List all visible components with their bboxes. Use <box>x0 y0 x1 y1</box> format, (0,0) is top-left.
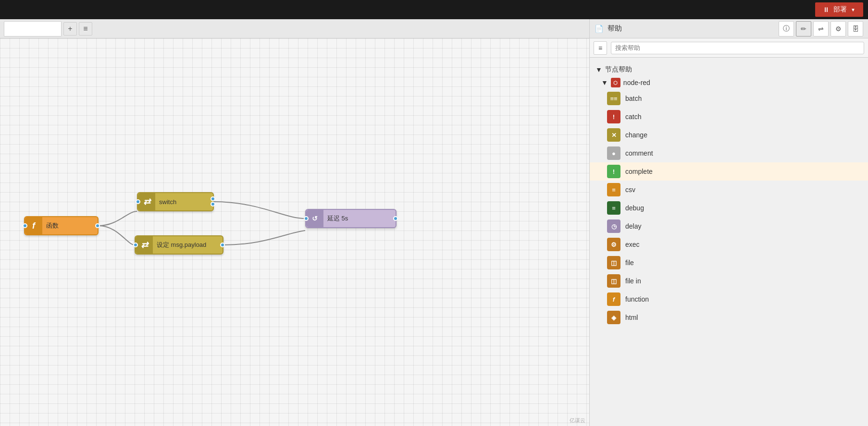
panel-edit-button[interactable]: ✏ <box>796 21 811 37</box>
deploy-label: 部署 <box>833 5 847 14</box>
node-icon-html: ◈ <box>607 311 620 324</box>
node-list-item-csv[interactable]: ≡ csv <box>590 181 868 199</box>
help-tree[interactable]: ▼ 节点帮助 ▼ ⬡ node-red ≡≡ batch ! catch <box>590 58 868 426</box>
deploy-icon: ⏸ <box>823 6 830 13</box>
setmsg-node-label: 设定 msg.payload <box>153 241 212 249</box>
panel-title-icon: 📄 <box>595 24 604 33</box>
panel-header: 📄 帮助 ⓘ ✏ ⇌ ⚙ 🗄 <box>590 19 868 38</box>
node-list-item-batch[interactable]: ≡≡ batch <box>590 89 868 108</box>
function-node-label: 函数 <box>42 221 64 230</box>
node-label-complete: complete <box>625 168 653 175</box>
node-list-item-html[interactable]: ◈ html <box>590 308 868 327</box>
tree-section-header-node-help[interactable]: ▼ 节点帮助 <box>590 63 868 76</box>
section-chevron: ▼ <box>595 66 602 73</box>
add-tab-button[interactable]: + <box>63 22 77 36</box>
switch-node[interactable]: ⇄ switch <box>137 192 214 211</box>
node-label-change: change <box>625 131 647 139</box>
node-list-item-comment[interactable]: ● comment <box>590 144 868 162</box>
panel-database-button[interactable]: 🗄 <box>848 21 863 37</box>
node-label-csv: csv <box>625 186 635 194</box>
node-label-delay: delay <box>625 222 641 230</box>
panel-title-text: 帮助 <box>608 24 622 33</box>
node-label-comment: comment <box>625 149 653 157</box>
deploy-button[interactable]: ⏸ 部署 ▼ <box>815 2 863 17</box>
node-label-function: function <box>625 295 649 303</box>
right-panel: 📄 帮助 ⓘ ✏ ⇌ ⚙ 🗄 ≡ ▼ 节点帮助 <box>589 19 868 426</box>
node-label-batch: batch <box>625 95 642 102</box>
node-list-item-exec[interactable]: ⚙ exec <box>590 235 868 254</box>
setmsg-node-port-right[interactable] <box>220 243 225 247</box>
panel-title: 📄 帮助 <box>595 24 622 33</box>
delay-node-label: 延迟 5s <box>323 214 354 223</box>
node-label-html: html <box>625 314 638 321</box>
switch-node-icon: ⇄ <box>138 193 155 210</box>
node-list: ≡≡ batch ! catch ✕ change ● comment ! co… <box>590 89 868 327</box>
setmsg-node-port-left[interactable] <box>133 243 138 247</box>
watermark: 亿谋云 <box>570 417 585 424</box>
topbar: ⏸ 部署 ▼ <box>0 0 868 19</box>
node-icon-file-in: ◫ <box>607 274 620 288</box>
node-icon-exec: ⚙ <box>607 238 620 251</box>
switch-node-port-left[interactable] <box>136 199 140 204</box>
switch-node-port-bottom-right[interactable] <box>211 202 215 207</box>
function-node-port-right[interactable] <box>95 223 100 228</box>
node-label-exec: exec <box>625 241 640 248</box>
node-red-icon: ⬡ <box>611 78 620 87</box>
node-icon-debug: ≡ <box>607 201 620 215</box>
node-list-item-file[interactable]: ◫ file <box>590 254 868 272</box>
node-icon-function: f <box>607 292 620 306</box>
node-label-file: file <box>625 259 634 267</box>
function-node[interactable]: f 函数 <box>24 216 99 235</box>
panel-icons: ⓘ ✏ ⇌ ⚙ 🗄 <box>779 21 863 37</box>
delay-node-port-right[interactable] <box>393 216 398 221</box>
node-list-item-function[interactable]: f function <box>590 290 868 308</box>
delay-node-icon: ↺ <box>306 210 323 227</box>
node-icon-file: ◫ <box>607 256 620 269</box>
subsection-label: node-red <box>623 79 650 86</box>
panel-info-button[interactable]: ⓘ <box>779 21 794 37</box>
node-label-catch: catch <box>625 113 641 121</box>
node-icon-change: ✕ <box>607 128 620 142</box>
node-icon-delay: ◷ <box>607 219 620 233</box>
switch-node-port-top-right[interactable] <box>211 196 215 201</box>
setmsg-node[interactable]: ⇄ 设定 msg.payload <box>135 235 223 255</box>
deploy-chevron: ▼ <box>851 7 856 12</box>
delay-node[interactable]: ↺ 延迟 5s <box>305 209 397 228</box>
grid-canvas[interactable]: f 函数 ⇄ switch ⇄ 设定 msg.payload <box>0 38 589 426</box>
subsection-chevron: ▼ <box>601 79 608 86</box>
canvas-area[interactable]: + ≡ f 函数 <box>0 19 589 426</box>
search-list-button[interactable]: ≡ <box>594 41 607 55</box>
node-list-item-catch[interactable]: ! catch <box>590 108 868 126</box>
section-label: 节点帮助 <box>605 65 632 74</box>
switch-node-label: switch <box>155 198 182 206</box>
node-label-debug: debug <box>625 204 644 212</box>
node-list-item-debug[interactable]: ≡ debug <box>590 199 868 217</box>
node-list-item-change[interactable]: ✕ change <box>590 126 868 144</box>
node-list-item-complete[interactable]: ! complete <box>590 162 868 181</box>
function-node-port-left[interactable] <box>23 223 27 228</box>
node-list-item-delay[interactable]: ◷ delay <box>590 217 868 235</box>
panel-flow-button[interactable]: ⇌ <box>813 21 829 37</box>
node-list-item-file-in[interactable]: ◫ file in <box>590 272 868 290</box>
panel-settings-button[interactable]: ⚙ <box>831 21 846 37</box>
node-icon-complete: ! <box>607 165 620 178</box>
node-icon-csv: ≡ <box>607 183 620 196</box>
node-label-file-in: file in <box>625 277 641 285</box>
panel-search: ≡ <box>590 38 868 58</box>
search-input[interactable] <box>611 42 864 54</box>
node-icon-catch: ! <box>607 110 620 123</box>
tree-section-node-help: ▼ 节点帮助 ▼ ⬡ node-red ≡≡ batch ! catch <box>590 61 868 329</box>
delay-node-port-left[interactable] <box>304 216 309 221</box>
tree-subsection-node-red: ▼ ⬡ node-red ≡≡ batch ! catch ✕ change ● <box>590 76 868 327</box>
canvas-tab[interactable] <box>4 21 62 37</box>
main-layout: + ≡ f 函数 <box>0 19 868 426</box>
list-tabs-button[interactable]: ≡ <box>79 22 92 36</box>
node-icon-comment: ● <box>607 146 620 160</box>
node-icon-batch: ≡≡ <box>607 92 620 105</box>
setmsg-node-icon: ⇄ <box>136 236 153 254</box>
function-node-icon: f <box>25 217 42 234</box>
tree-subsection-header[interactable]: ▼ ⬡ node-red <box>590 76 868 89</box>
tab-bar: + ≡ <box>0 19 589 38</box>
